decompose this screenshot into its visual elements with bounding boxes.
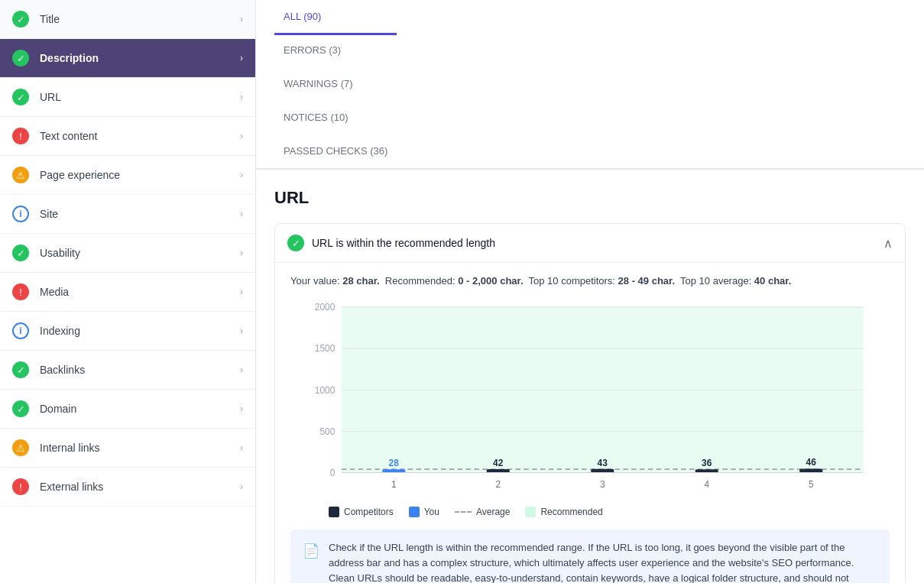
tab-all[interactable]: ALL (90) xyxy=(274,0,397,35)
sidebar-item-label: Internal links xyxy=(40,442,240,454)
bar-4 xyxy=(695,469,718,472)
sidebar-item-title[interactable]: ✓ Title › xyxy=(0,0,255,39)
sidebar-item-label: Text content xyxy=(40,130,240,142)
error-icon: ! xyxy=(12,283,29,300)
recommended-color xyxy=(525,507,536,517)
chevron-right-icon: › xyxy=(240,248,243,258)
info-icon: i xyxy=(12,322,29,339)
svg-text:2000: 2000 xyxy=(315,302,336,313)
svg-text:46: 46 xyxy=(806,457,817,468)
check-body-url-length: Your value: 28 char. Recommended: 0 - 2,… xyxy=(275,262,905,583)
info-icon: i xyxy=(12,206,29,222)
competitors-color xyxy=(329,507,339,517)
svg-text:43: 43 xyxy=(598,458,608,468)
check-icon: ✓ xyxy=(12,361,29,378)
svg-text:3: 3 xyxy=(600,479,605,490)
main-content: ALL (90)ERRORS (3)WARNINGS (7)NOTICES (1… xyxy=(256,0,924,583)
legend-recommended: Recommended xyxy=(525,507,602,517)
sidebar-item-backlinks[interactable]: ✓ Backlinks › xyxy=(0,351,255,390)
toggle-icon-url-length: ∧ xyxy=(883,236,893,251)
sidebar-item-label: Title xyxy=(40,13,240,25)
check-icon: ✓ xyxy=(12,89,29,105)
chevron-right-icon: › xyxy=(240,92,243,102)
legend-competitors: Competitors xyxy=(329,507,394,517)
sidebar: ✓ Title › ✓ Description › ✓ URL › ! Text… xyxy=(0,0,256,583)
sidebar-item-text-content[interactable]: ! Text content › xyxy=(0,117,255,156)
tabs-bar: ALL (90)ERRORS (3)WARNINGS (7)NOTICES (1… xyxy=(256,0,924,170)
chevron-right-icon: › xyxy=(240,53,243,63)
svg-text:1000: 1000 xyxy=(315,385,336,396)
check-icon: ✓ xyxy=(12,400,29,417)
legend-recommended-label: Recommended xyxy=(540,507,602,517)
sidebar-item-label: Page experience xyxy=(40,169,240,181)
info-box: 📄 Check if the URL length is within the … xyxy=(290,530,890,583)
bar-1 xyxy=(382,469,405,472)
sidebar-item-internal-links[interactable]: ⚠ Internal links › xyxy=(0,429,255,468)
svg-text:42: 42 xyxy=(493,458,504,468)
sidebar-item-label: Usability xyxy=(40,247,240,259)
chevron-right-icon: › xyxy=(240,442,243,453)
bar-2 xyxy=(487,469,510,473)
check-icon: ✓ xyxy=(12,50,29,66)
chevron-right-icon: › xyxy=(240,364,243,375)
you-color xyxy=(409,507,420,517)
warning-icon: ⚠ xyxy=(12,439,29,456)
chevron-right-icon: › xyxy=(240,14,243,24)
chart-legend: Competitors You Average Recommended xyxy=(290,507,890,517)
page-content-area: URL ✓ URL is within the recommended leng… xyxy=(256,170,924,583)
document-icon: 📄 xyxy=(303,541,319,583)
sidebar-item-page-experience[interactable]: ⚠ Page experience › xyxy=(0,156,255,195)
sidebar-item-indexing[interactable]: i Indexing › xyxy=(0,312,255,351)
stats-row: Your value: 28 char. Recommended: 0 - 2,… xyxy=(290,275,890,287)
chevron-right-icon: › xyxy=(240,481,243,492)
chevron-right-icon: › xyxy=(240,209,243,219)
pass-icon: ✓ xyxy=(287,235,304,251)
chevron-right-icon: › xyxy=(240,403,243,414)
sidebar-item-label: URL xyxy=(40,91,240,103)
svg-text:5: 5 xyxy=(809,479,814,490)
checks-container: ✓ URL is within the recommended length ∧… xyxy=(274,223,906,583)
sidebar-item-external-links[interactable]: ! External links › xyxy=(0,468,255,507)
sidebar-item-label: Media xyxy=(40,286,240,298)
sidebar-item-label: Description xyxy=(40,52,240,64)
tab-notices[interactable]: NOTICES (10) xyxy=(274,101,397,136)
svg-text:36: 36 xyxy=(702,458,712,468)
sidebar-item-label: Site xyxy=(40,208,240,220)
sidebar-items-container: ✓ Title › ✓ Description › ✓ URL › ! Text… xyxy=(0,0,255,507)
svg-text:0: 0 xyxy=(330,468,336,478)
sidebar-item-media[interactable]: ! Media › xyxy=(0,273,255,312)
legend-you: You xyxy=(409,507,439,517)
svg-text:500: 500 xyxy=(319,426,335,437)
error-icon: ! xyxy=(12,478,29,495)
legend-average: Average xyxy=(455,507,510,517)
svg-text:4: 4 xyxy=(704,479,709,490)
sidebar-item-usability[interactable]: ✓ Usability › xyxy=(0,234,255,273)
chevron-right-icon: › xyxy=(240,287,243,297)
url-length-chart: 2000150010005000 28 1 42 2 43 3 36 4 xyxy=(290,299,890,497)
svg-text:1500: 1500 xyxy=(315,343,336,354)
sidebar-item-label: Indexing xyxy=(40,325,240,337)
error-icon: ! xyxy=(12,128,29,144)
sidebar-item-description[interactable]: ✓ Description › xyxy=(0,39,255,78)
sidebar-item-site[interactable]: i Site › xyxy=(0,195,255,234)
sidebar-item-url[interactable]: ✓ URL › xyxy=(0,78,255,117)
svg-text:2: 2 xyxy=(495,479,501,490)
tab-errors[interactable]: ERRORS (3) xyxy=(274,34,397,69)
tab-warnings[interactable]: WARNINGS (7) xyxy=(274,67,397,102)
page-title: URL xyxy=(274,188,906,208)
check-header-url-length[interactable]: ✓ URL is within the recommended length ∧ xyxy=(275,224,905,262)
chevron-right-icon: › xyxy=(240,131,243,141)
sidebar-item-label: Backlinks xyxy=(40,364,240,376)
legend-competitors-label: Competitors xyxy=(344,507,394,517)
chevron-right-icon: › xyxy=(240,326,243,336)
sidebar-item-domain[interactable]: ✓ Domain › xyxy=(0,390,255,429)
bar-5 xyxy=(799,469,822,473)
tab-passed[interactable]: PASSED CHECKS (36) xyxy=(274,134,397,170)
legend-you-label: You xyxy=(424,507,439,517)
bar-3 xyxy=(591,469,614,473)
chevron-right-icon: › xyxy=(240,170,243,180)
svg-text:28: 28 xyxy=(389,458,400,468)
sidebar-item-label: Domain xyxy=(40,403,240,415)
legend-average-label: Average xyxy=(476,507,510,517)
sidebar-item-label: External links xyxy=(40,481,240,493)
